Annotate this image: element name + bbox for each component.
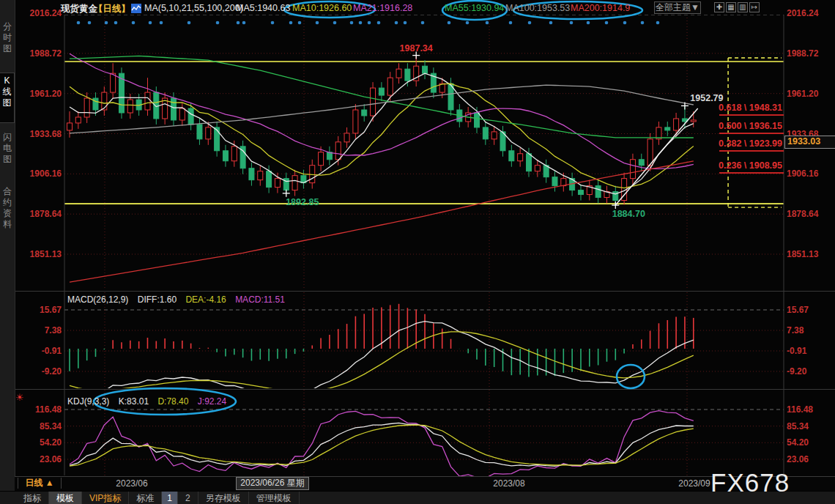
ma-settings-label: MA(5,10,21,55,100,200)	[144, 3, 243, 13]
price-axis-label: 1961.20	[15, 89, 62, 99]
sidebar-tab-合约资料[interactable]: 合 约 资 料	[0, 184, 15, 253]
macd-axis-label: 15.67	[15, 305, 62, 315]
alert-icon[interactable]: ☀	[15, 392, 24, 403]
sidebar-tab-闪电图[interactable]: 闪 电 图	[0, 130, 15, 177]
macd-axis-label: 7.38	[787, 325, 804, 336]
ma5-value: MA5:1940.63	[236, 3, 290, 13]
macd-diff-value: DIFF:1.60	[138, 294, 177, 305]
price-axis-label: 1878.64	[15, 209, 62, 219]
fib-level-line	[719, 114, 784, 116]
swing-label: 1987.34	[400, 43, 433, 53]
swing-label: 1892.85	[286, 197, 319, 207]
kdj-axis-label: 85.34	[787, 421, 809, 431]
zoom-out-tool-button[interactable]: ▦	[726, 2, 736, 12]
period-selector[interactable]: 日线 ▲	[18, 478, 62, 489]
macd-header: MACD(26,12,9) DIFF:1.60 DEA:-4.16 MACD:1…	[67, 294, 292, 305]
period-tag: 【日线】	[94, 3, 130, 15]
fib-level-label: 0.236 \ 1908.95	[687, 160, 782, 171]
ma200-value: MA200:1914.9	[571, 3, 630, 13]
collapse-panel-tool-button[interactable]: ↦	[749, 2, 760, 12]
price-axis-label: 1906.16	[15, 168, 62, 179]
macd-axis-label: -0.91	[787, 346, 806, 356]
kdj-j-value: J:92.24	[198, 396, 226, 407]
fib-level-line	[719, 150, 784, 152]
toolbar-item-1[interactable]: 1	[162, 492, 178, 504]
price-axis-label: 1878.64	[787, 209, 818, 219]
chart-type-sidebar: 分 时 图K 线 图闪 电 图合 约 资 料	[0, 0, 15, 491]
fib-level-label: 0.618 \ 1948.31	[687, 103, 782, 113]
macd-axis-label: -9.20	[787, 366, 806, 377]
toolbar-item-另存模板[interactable]: 另存模板	[198, 492, 249, 504]
swing-label: 1884.70	[612, 209, 645, 219]
price-axis-label: 1933.68	[15, 129, 62, 139]
news-event-dots	[77, 21, 660, 25]
last-price-marker: 1933.03	[784, 136, 835, 149]
toolbar-item-标准[interactable]: 标准	[129, 492, 162, 504]
price-axis-label: 1851.13	[15, 249, 62, 259]
fib-level-line	[719, 172, 784, 174]
ma100-value: MA100:1953.53	[505, 3, 570, 13]
theme-selector-button[interactable]: 全部主题▼	[654, 1, 701, 14]
price-axis-label: 1988.72	[15, 48, 62, 59]
macd-axis-label: 15.67	[787, 305, 809, 315]
macd-panel-layer	[64, 292, 784, 398]
price-axis-label: 2016.24	[787, 8, 818, 18]
fib-level-label: 0.382 \ 1923.99	[687, 138, 782, 149]
toolbar-item-管理模板[interactable]: 管理模板	[249, 492, 300, 504]
price-axis-label: 2016.24	[15, 8, 62, 18]
macd-axis-label: -0.91	[15, 346, 62, 356]
selected-date-box[interactable]: 2023/06/26 星期一	[236, 477, 309, 490]
fib-level-line	[719, 133, 784, 134]
kdj-axis-label: 23.06	[15, 454, 62, 464]
kdj-header: KDJ(9,3,3) K:83.01 D:78.40 J:92.24	[67, 396, 233, 407]
kdj-axis-label: 54.20	[787, 437, 809, 448]
ma55-value: MA55:1930.94	[445, 3, 504, 13]
time-axis: 日线 ▲ 2023/06/26 星期一 2023/062023/082023/0…	[15, 476, 835, 492]
crosshair-tool-button[interactable]: ✚	[714, 2, 724, 12]
macd-axis-label: -9.20	[15, 366, 62, 377]
macd-dea-value: DEA:-4.16	[185, 294, 226, 305]
kdj-axis-label: 54.20	[15, 437, 62, 448]
kdj-axis-label: 23.06	[787, 454, 809, 464]
time-axis-month-label: 2023/09	[678, 478, 710, 489]
toolbar-item-VIP指标[interactable]: VIP指标	[82, 492, 129, 504]
price-axis-label: 1851.13	[787, 249, 818, 259]
ma10-value: MA10:1926.60	[292, 3, 352, 13]
zoom-in-tool-button[interactable]: ▥	[738, 2, 748, 12]
sidebar-tab-K线图[interactable]: K 线 图	[0, 73, 15, 123]
toolbar-item-模板[interactable]: 模板	[49, 492, 82, 504]
kdj-axis-label: 116.48	[15, 404, 62, 415]
bottom-toolbar: 指标模板VIP指标标准12另存模板管理模板	[0, 491, 835, 504]
symbol-title: 现货黄金	[61, 3, 97, 15]
price-axis-label: 1906.16	[787, 168, 818, 179]
time-axis-month-label: 2023/08	[493, 478, 524, 489]
macd-params-label: MACD(26,12,9)	[67, 294, 128, 305]
kdj-axis-label: 85.34	[15, 421, 62, 431]
macd-axis-label: 7.38	[15, 325, 62, 336]
kdj-d-value: D:78.40	[157, 396, 188, 407]
price-axis-label: 1961.20	[787, 89, 818, 99]
fib-level-label: 0.500 \ 1936.15	[687, 121, 782, 131]
swing-label: 1952.79	[690, 93, 723, 103]
toolbar-item-2[interactable]: 2	[178, 492, 198, 504]
toolbar-item-指标[interactable]: 指标	[16, 492, 49, 504]
kdj-params-label: KDJ(9,3,3)	[67, 396, 109, 407]
ma21-value: MA21:1916.28	[353, 3, 412, 13]
price-axis-label: 1988.72	[787, 48, 818, 59]
macd-macd-value: MACD:11.51	[235, 294, 285, 305]
main-panel-layer	[64, 15, 784, 290]
kdj-k-value: K:83.01	[119, 396, 149, 407]
sidebar-tab-分时图[interactable]: 分 时 图	[0, 19, 15, 67]
trading-chart-window: 现货黄金 【日线】 MA(5,10,21,55,100,200) MA5:194…	[0, 0, 835, 504]
kdj-axis-label: 116.48	[787, 404, 813, 415]
time-axis-month-label: 2023/06	[116, 478, 147, 489]
